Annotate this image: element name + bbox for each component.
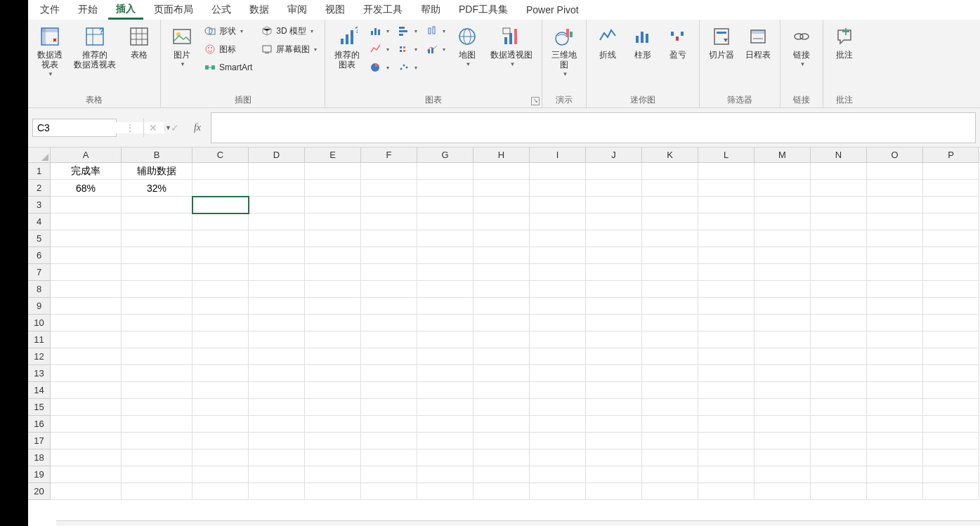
cell-L7[interactable] [698,264,754,281]
cell-N4[interactable] [811,213,867,230]
cell-O11[interactable] [867,331,923,348]
cell-P18[interactable] [923,449,979,466]
cell-N19[interactable] [811,466,867,483]
cell-K17[interactable] [642,433,698,449]
cell-A10[interactable] [51,315,122,331]
cell-C9[interactable] [192,298,249,315]
cell-B6[interactable] [122,247,192,264]
cell-L19[interactable] [698,466,754,483]
cell-H6[interactable] [473,247,530,264]
cell-F8[interactable] [361,281,417,298]
cell-P9[interactable] [923,298,979,315]
cell-B8[interactable] [122,281,192,298]
select-all-corner[interactable] [28,147,51,163]
cell-E19[interactable] [305,466,361,483]
cell-P5[interactable] [923,230,979,247]
scatter-chart-button[interactable]: ▾ [394,59,421,76]
cell-P7[interactable] [923,264,979,281]
cell-A6[interactable] [51,247,122,264]
cell-M8[interactable] [754,281,811,298]
column-header-H[interactable]: H [473,147,530,163]
column-header-D[interactable]: D [249,147,305,163]
cell-F12[interactable] [361,348,417,365]
cell-G20[interactable] [417,483,473,500]
cell-A20[interactable] [51,483,122,500]
cell-J8[interactable] [586,281,642,298]
cell-K13[interactable] [642,365,698,382]
cell-O18[interactable] [867,449,923,466]
cell-L1[interactable] [698,163,754,180]
column-header-A[interactable]: A [51,147,122,163]
cell-I20[interactable] [530,483,586,500]
cell-I11[interactable] [530,331,586,348]
cell-O5[interactable] [867,230,923,247]
cell-B20[interactable] [122,483,192,500]
cell-O7[interactable] [867,264,923,281]
tab-review[interactable]: 审阅 [280,1,315,18]
row-header-5[interactable]: 5 [28,230,51,247]
cell-E9[interactable] [305,298,361,315]
cell-M2[interactable] [754,180,811,197]
recommended-charts-button[interactable]: ? 推荐的 图表 [329,22,365,72]
cell-J3[interactable] [586,197,642,213]
cell-E20[interactable] [305,483,361,500]
cell-K4[interactable] [642,213,698,230]
cell-O14[interactable] [867,382,923,399]
cell-E2[interactable] [305,180,361,197]
cell-K8[interactable] [642,281,698,298]
cell-N5[interactable] [811,230,867,247]
row-header-14[interactable]: 14 [28,382,51,399]
cell-J1[interactable] [586,163,642,180]
cell-P14[interactable] [923,382,979,399]
cell-L9[interactable] [698,298,754,315]
more-icon[interactable]: ⋮ [121,119,139,137]
cell-H20[interactable] [473,483,530,500]
cell-M19[interactable] [754,466,811,483]
row-header-11[interactable]: 11 [28,331,51,348]
cell-L16[interactable] [698,416,754,433]
cell-P11[interactable] [923,331,979,348]
column-header-N[interactable]: N [811,147,867,163]
cell-E4[interactable] [305,213,361,230]
row-header-6[interactable]: 6 [28,247,51,264]
cell-J9[interactable] [586,298,642,315]
row-header-16[interactable]: 16 [28,416,51,433]
cell-N9[interactable] [811,298,867,315]
shapes-button[interactable]: 形状▾ [200,22,256,39]
cell-N18[interactable] [811,449,867,466]
cell-P13[interactable] [923,365,979,382]
cell-L14[interactable] [698,382,754,399]
cell-O2[interactable] [867,180,923,197]
cell-H10[interactable] [473,315,530,331]
column-header-C[interactable]: C [192,147,249,163]
cell-C13[interactable] [192,365,249,382]
cell-A11[interactable] [51,331,122,348]
cell-P20[interactable] [923,483,979,500]
cell-K5[interactable] [642,230,698,247]
cell-C15[interactable] [192,399,249,416]
cell-A4[interactable] [51,213,122,230]
cell-N13[interactable] [811,365,867,382]
cell-B14[interactable] [122,382,192,399]
comment-button[interactable]: 批注 [828,22,861,62]
cell-C1[interactable] [192,163,249,180]
tab-view[interactable]: 视图 [318,1,353,18]
cell-K18[interactable] [642,449,698,466]
cell-K20[interactable] [642,483,698,500]
tab-file[interactable]: 文件 [32,1,67,18]
cell-I10[interactable] [530,315,586,331]
row-header-10[interactable]: 10 [28,315,51,331]
cell-H15[interactable] [473,399,530,416]
cell-P4[interactable] [923,213,979,230]
cell-D20[interactable] [249,483,305,500]
cell-M17[interactable] [754,433,811,449]
pivotchart-button[interactable]: 数据透视图▼ [485,22,537,70]
cell-M13[interactable] [754,365,811,382]
cell-J18[interactable] [586,449,642,466]
cell-D12[interactable] [249,348,305,365]
cell-N1[interactable] [811,163,867,180]
3d-map-button[interactable]: 三维地 图▼ [547,22,582,79]
cell-F20[interactable] [361,483,417,500]
cell-J17[interactable] [586,433,642,449]
area-chart-button[interactable]: ▾ [394,41,421,58]
